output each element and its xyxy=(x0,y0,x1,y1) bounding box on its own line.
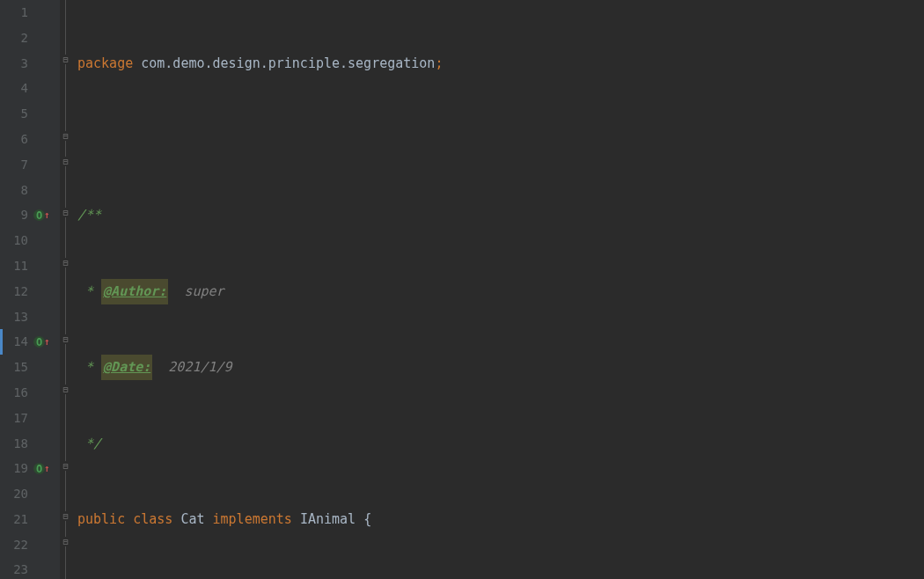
active-line-stripe xyxy=(0,329,3,355)
line-number: 11 xyxy=(0,254,32,278)
javadoc-date-value: 2021/1/9 xyxy=(152,355,231,380)
line-number: 10 xyxy=(0,229,32,253)
fold-toggle-icon[interactable]: ⊟ xyxy=(61,157,70,166)
line-number: 5 xyxy=(0,102,32,126)
javadoc-star: * xyxy=(77,279,101,304)
line-number: 23 xyxy=(0,558,32,579)
line-number: 16 xyxy=(0,381,32,405)
keyword-class: class xyxy=(133,507,180,532)
code-editor[interactable]: 1 2 3 4 5 6 7 8 9O↑ 10 11 12 13 14O↑ 15 … xyxy=(0,0,924,579)
fold-toggle-icon[interactable]: ⊟ xyxy=(61,385,70,394)
line-number: 14 xyxy=(0,330,32,354)
keyword-public: public xyxy=(77,507,133,532)
line-number: 7 xyxy=(0,153,32,177)
line-number: 9 xyxy=(0,203,32,227)
code-line[interactable]: */ xyxy=(77,431,924,457)
override-gutter-icon[interactable]: O↑ xyxy=(32,459,56,478)
line-number: 12 xyxy=(0,280,32,304)
gutter: 1 2 3 4 5 6 7 8 9O↑ 10 11 12 13 14O↑ 15 … xyxy=(0,0,60,579)
semicolon: ; xyxy=(435,51,443,77)
code-line[interactable] xyxy=(77,127,924,152)
keyword-implements: implements xyxy=(213,507,300,532)
keyword-package: package xyxy=(77,51,141,77)
fold-toggle-icon[interactable]: ⊟ xyxy=(61,461,70,471)
code-line[interactable]: * @Author: super xyxy=(77,279,924,304)
code-line[interactable]: * @Date: 2021/1/9 xyxy=(77,355,924,380)
javadoc-open: /** xyxy=(77,202,101,228)
line-number: 17 xyxy=(0,407,32,430)
override-gutter-icon[interactable]: O↑ xyxy=(32,333,56,351)
fold-toggle-icon[interactable]: ⊟ xyxy=(61,208,70,217)
code-area[interactable]: package com.demo.design.principle.segreg… xyxy=(72,0,924,579)
line-number: 3 xyxy=(0,52,32,76)
fold-toggle-icon[interactable]: ⊟ xyxy=(61,55,70,64)
javadoc-star: * xyxy=(77,355,101,380)
line-number: 13 xyxy=(0,305,32,329)
fold-toggle-icon[interactable]: ⊟ xyxy=(61,131,70,141)
code-line[interactable]: /** xyxy=(77,202,924,228)
javadoc-close: */ xyxy=(77,431,101,457)
fold-toggle-icon[interactable]: ⊟ xyxy=(61,537,70,546)
fold-toggle-icon[interactable]: ⊟ xyxy=(61,258,70,268)
javadoc-author-value: super xyxy=(168,279,224,304)
line-number: 20 xyxy=(0,482,32,506)
line-number: 1 xyxy=(0,1,32,25)
line-number: 8 xyxy=(0,179,32,202)
class-name: Cat xyxy=(180,507,212,532)
fold-column: ⊟ ⊟ ⊟ ⊟ ⊟ ⊟ ⊟ ⊟ ⊟ ⊟ xyxy=(60,0,72,579)
fold-toggle-icon[interactable]: ⊟ xyxy=(61,511,70,521)
line-number: 15 xyxy=(0,355,32,379)
fold-toggle-icon[interactable]: ⊟ xyxy=(61,334,70,344)
interface-name: IAnimal xyxy=(300,507,363,532)
line-number: 6 xyxy=(0,128,32,151)
javadoc-date-tag: @Date: xyxy=(101,355,152,380)
line-number: 2 xyxy=(0,26,32,50)
line-number: 18 xyxy=(0,432,32,456)
package-path: com.demo.design.principle.segregation xyxy=(141,51,435,77)
line-number: 19 xyxy=(0,457,32,480)
code-line[interactable]: package com.demo.design.principle.segreg… xyxy=(77,51,924,77)
line-number: 21 xyxy=(0,508,32,531)
line-number: 4 xyxy=(0,77,32,100)
code-line[interactable]: public class Cat implements IAnimal { xyxy=(77,507,924,532)
line-number: 22 xyxy=(0,533,32,557)
open-brace: { xyxy=(363,507,371,532)
override-gutter-icon[interactable]: O↑ xyxy=(32,206,56,224)
javadoc-author-tag: @Author: xyxy=(101,279,168,304)
